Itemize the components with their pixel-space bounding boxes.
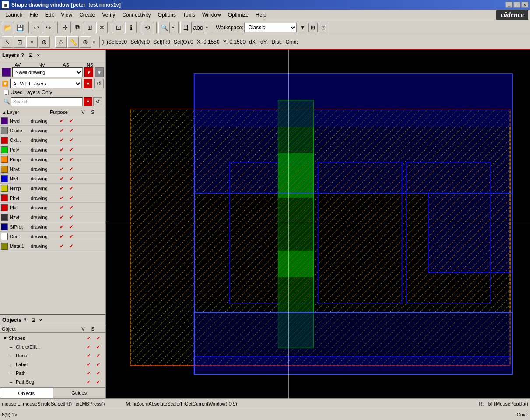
window-controls[interactable]: _ □ × [505,2,528,8]
obj-selectable[interactable]: ✔ [93,379,103,385]
layer-visible[interactable]: ✔ [57,156,67,162]
ruler-button[interactable]: 📏 [67,36,79,48]
layer-selectable[interactable]: ✔ [67,243,76,249]
toolbar2-more[interactable]: » [92,40,96,45]
obj-expander[interactable]: – [10,353,16,358]
obj-selectable[interactable]: ✔ [93,371,103,376]
layers-close-icon[interactable]: × [35,52,42,59]
layer-visible[interactable]: ✔ [57,137,67,143]
filter-select[interactable]: All Valid Layers [10,79,82,88]
layer-entry[interactable]: Nwelldrawing✔✔ [0,116,105,126]
layer-visible[interactable]: ✔ [57,243,67,249]
layer-entry[interactable]: Plvtdrawing✔✔ [0,203,105,212]
layer-options-arrow[interactable]: ▼ [95,67,104,77]
obj-selectable[interactable]: ✔ [93,362,103,367]
layer-entry[interactable]: Nlvtdrawing✔✔ [0,174,105,184]
info-button[interactable]: ℹ [125,22,137,33]
obj-tree-item[interactable]: –Donut✔✔ [2,351,104,360]
obj-visible[interactable]: ✔ [84,335,93,341]
obj-selectable[interactable]: ✔ [93,344,103,350]
menu-verify[interactable]: Verify [98,11,119,19]
layer-entry[interactable]: Pimpdrawing✔✔ [0,155,105,164]
obj-expander[interactable]: ▼ [3,335,9,341]
delete-button[interactable]: ✕ [96,22,108,33]
layer-entry[interactable]: SiProtdrawing✔✔ [0,222,105,232]
layer-visible[interactable]: ✔ [57,147,67,153]
layers-help-icon[interactable]: ? [19,52,26,59]
workspace-btn1[interactable]: ⊞ [308,23,318,32]
menu-file[interactable]: File [26,11,41,19]
layer-selectable[interactable]: ✔ [67,156,76,162]
objects-close-icon[interactable]: × [37,317,44,324]
menu-connectivity[interactable]: Connectivity [119,11,154,19]
search-input[interactable] [11,97,83,106]
minimize-button[interactable]: _ [505,2,512,8]
snap-button[interactable]: ✦ [26,36,38,48]
toolbar1-more2[interactable]: » [205,25,209,30]
obj-expander[interactable]: – [10,379,16,385]
filter-reset-button[interactable]: ↺ [94,79,104,88]
layer-entry[interactable]: Oxi...drawing✔✔ [0,135,105,145]
obj-expander[interactable]: – [10,371,16,376]
layer-entry[interactable]: Contdrawing✔✔ [0,232,105,241]
layers-panel-icons[interactable]: ? ⊡ × [19,52,42,59]
layer-selectable[interactable]: ✔ [67,137,76,143]
layer-entry[interactable]: Nimpdrawing✔✔ [0,184,105,193]
toolbar1-more[interactable]: » [171,25,175,30]
used-layers-checkbox[interactable]: _ [4,90,9,95]
menu-window[interactable]: Window [199,11,225,19]
layer-visible[interactable]: ✔ [57,176,67,182]
move-button[interactable]: ✛ [60,22,71,33]
route-button[interactable]: ⇶ [180,22,192,33]
tab-objects[interactable]: Objects [0,388,53,398]
partial-select-button[interactable]: ⊡ [14,36,25,48]
obj-selectable[interactable]: ✔ [93,353,103,359]
obj-tree-item[interactable]: –PathSeg✔✔ [2,378,104,386]
open-button[interactable]: 📂 [2,22,13,33]
copy-button[interactable]: ⧉ [72,22,83,33]
layer-visible[interactable]: ✔ [57,233,67,240]
menu-create[interactable]: Create [76,11,98,19]
close-button[interactable]: × [521,2,528,8]
tab-guides[interactable]: Guides [53,388,106,398]
canvas-area[interactable] [106,50,530,398]
filter-dropdown-arrow[interactable]: ▼ [84,79,92,88]
workspace-dropdown[interactable]: ▼ [298,23,307,32]
text-button[interactable]: abc [193,22,204,33]
layer-visible[interactable]: ✔ [57,214,67,220]
redo-button[interactable]: ↪ [43,22,54,33]
fit-button[interactable]: ⊞ [84,22,95,33]
properties-button[interactable]: ⊡ [113,22,124,33]
objects-help-icon[interactable]: ? [21,317,28,324]
search-dropdown[interactable]: ▼ [84,97,92,106]
panel-tabs[interactable]: Objects Guides [0,387,105,398]
select-button[interactable]: ↖ [2,36,13,48]
layer-selectable[interactable]: ✔ [67,176,76,182]
layer-entry[interactable]: Nhvtdrawing✔✔ [0,164,105,174]
maximize-button[interactable]: □ [513,2,520,8]
zoom-in-button[interactable]: 🔍 [158,22,170,33]
layer-entry[interactable]: Metal1drawing✔✔ [0,241,105,251]
layer-visible[interactable]: ✔ [57,205,67,211]
layer-visible[interactable]: ✔ [57,166,67,172]
layer-visible[interactable]: ✔ [57,195,67,201]
layer-selectable[interactable]: ✔ [67,224,76,230]
layer-selectable[interactable]: ✔ [67,214,76,220]
obj-visible[interactable]: ✔ [84,379,93,385]
layer-entry[interactable]: Nzvtdrawing✔✔ [0,212,105,222]
objects-undock-icon[interactable]: ⊡ [29,317,36,324]
layer-visible[interactable]: ✔ [57,185,67,191]
layer-entry[interactable]: Oxidedrawing✔✔ [0,126,105,135]
objects-panel-icons[interactable]: ? ⊡ × [21,317,44,324]
undo-button[interactable]: ↩ [31,22,42,33]
workspace-select[interactable]: Classic [244,23,297,32]
layer-selectable[interactable]: ✔ [67,166,76,172]
workspace-btn2[interactable]: ⊡ [319,23,328,32]
menu-options[interactable]: Options [154,11,179,19]
layer-selectable[interactable]: ✔ [67,205,76,211]
obj-visible[interactable]: ✔ [84,362,93,367]
sort-col[interactable]: ▲ [2,109,7,115]
menu-optimize[interactable]: Optimize [225,11,252,19]
menu-edit[interactable]: Edit [42,11,58,19]
snap2-button[interactable]: ⊕ [39,36,50,48]
